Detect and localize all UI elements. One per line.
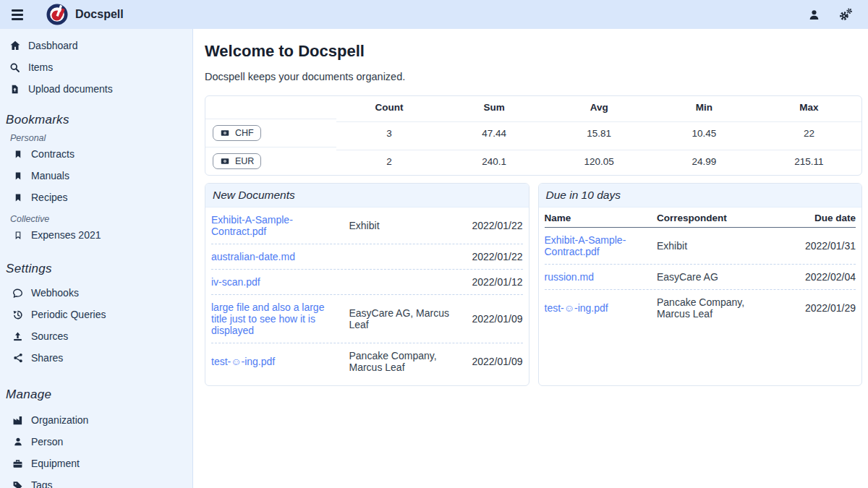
table-row: test-☺-ing.pdf Pancake Company, Marcus L… — [211, 343, 523, 380]
sidebar-section-manage: Manage — [6, 388, 192, 402]
document-link[interactable]: australian-date.md — [211, 251, 295, 262]
stats-chf-avg: 15.81 — [547, 121, 652, 145]
document-link[interactable]: russion.md — [545, 271, 594, 283]
user-icon — [808, 9, 820, 21]
date-cell: 2022/01/31 — [783, 240, 856, 252]
table-row: Exhibit-A-Sample-Contract.pdf Exhibit 20… — [545, 228, 856, 264]
due-table-header: Name Correspondent Due date — [545, 207, 856, 228]
due-documents-panel: Due in 10 days Name Correspondent Due da… — [538, 183, 863, 386]
stats-header-min: Min — [652, 96, 757, 119]
sidebar-item-expenses-2021[interactable]: Expenses 2021 — [0, 224, 192, 246]
table-row: EUR — [205, 147, 336, 175]
currency-badge-chf[interactable]: CHF — [213, 125, 261, 141]
due-header-correspondent: Correspondent — [657, 213, 776, 223]
money-bill-icon — [220, 157, 230, 166]
date-cell: 2022/01/09 — [459, 356, 523, 367]
main-content: Welcome to Docspell Docspell keeps your … — [193, 29, 868, 488]
due-header-due-date: Due date — [783, 213, 856, 223]
document-link[interactable]: Exhibit-A-Sample-Contract.pdf — [211, 214, 293, 237]
table-row: australian-date.md 2022/01/22 — [211, 244, 523, 269]
date-cell: 2022/01/22 — [459, 251, 523, 262]
sidebar-item-label: Dasbhoard — [28, 40, 78, 51]
table-row: CHF — [205, 119, 336, 147]
settings-menu-button[interactable] — [835, 4, 856, 25]
sidebar-item-upload-documents[interactable]: Upload documents — [0, 78, 192, 100]
sidebar-item-label: Manuals — [31, 170, 69, 181]
sidebar-item-label: Tags — [31, 479, 53, 488]
upload-icon — [12, 331, 24, 342]
stats-header-avg: Avg — [547, 96, 652, 119]
date-cell: 2022/01/12 — [459, 276, 523, 288]
correspondent-cell: EasyCare AG, Marcus Leaf — [349, 307, 451, 330]
money-bill-icon — [220, 129, 230, 137]
document-link[interactable]: Exhibit-A-Sample-Contract.pdf — [545, 234, 626, 257]
tag-icon — [12, 480, 24, 488]
sidebar-item-label: Recipes — [31, 192, 68, 203]
panel-title: Due in 10 days — [539, 184, 862, 207]
table-row: russion.md EasyCare AG 2022/02/04 — [545, 264, 856, 289]
sidebar-item-organization[interactable]: Organization — [0, 409, 192, 431]
stats-chf-count: 3 — [336, 121, 441, 145]
due-header-name: Name — [545, 213, 650, 223]
sidebar-item-label: Webhooks — [31, 287, 79, 299]
briefcase-icon — [12, 458, 24, 469]
stats-eur-min: 24.99 — [652, 150, 757, 173]
correspondent-cell: Exhibit — [657, 240, 776, 252]
correspondent-cell: Pancake Company, Marcus Leaf — [657, 296, 776, 320]
docspell-logo-icon[interactable] — [46, 4, 68, 25]
app-title: Docspell — [75, 8, 124, 21]
date-cell: 2022/01/22 — [459, 220, 523, 231]
currency-label: EUR — [235, 156, 254, 166]
comment-icon — [12, 288, 24, 299]
stats-chf-sum: 47.44 — [442, 121, 547, 145]
sidebar-item-equipment[interactable]: Equipment — [0, 453, 192, 474]
sidebar-item-label: Periodic Queries — [31, 309, 106, 320]
new-documents-list: Exhibit-A-Sample-Contract.pdf Exhibit 20… — [205, 207, 529, 385]
currency-label: CHF — [235, 128, 254, 138]
gears-icon — [838, 7, 853, 22]
share-icon — [12, 353, 24, 363]
currency-badge-eur[interactable]: EUR — [213, 153, 261, 169]
stats-header-max: Max — [757, 96, 861, 119]
due-documents-list: Name Correspondent Due date Exhibit-A-Sa… — [539, 207, 862, 332]
correspondent-cell: EasyCare AG — [657, 271, 776, 283]
sidebar-item-person[interactable]: Person — [0, 431, 192, 453]
sidebar-item-manuals[interactable]: Manuals — [0, 165, 192, 187]
sidebar-item-items[interactable]: Items — [0, 56, 192, 78]
page-title: Welcome to Docspell — [205, 42, 862, 61]
document-link[interactable]: test-☺-ing.pdf — [211, 356, 275, 367]
user-menu-button[interactable] — [803, 4, 825, 25]
table-row: iv-scan.pdf 2022/01/12 — [211, 269, 523, 294]
home-icon — [9, 40, 21, 51]
industry-icon — [12, 415, 24, 426]
menu-toggle-icon[interactable] — [12, 7, 27, 22]
sidebar-section-bookmarks: Bookmarks — [6, 113, 192, 127]
sidebar-item-webhooks[interactable]: Webhooks — [0, 282, 192, 304]
search-icon — [9, 62, 21, 73]
sidebar-item-tags[interactable]: Tags — [0, 474, 192, 488]
stats-eur-avg: 120.05 — [547, 150, 652, 173]
stats-chf-min: 10.45 — [652, 121, 757, 145]
sidebar-item-label: Sources — [31, 330, 68, 342]
bookmark-group-personal: Personal — [10, 133, 192, 143]
sidebar-item-label: Equipment — [31, 458, 80, 469]
bookmark-icon — [12, 192, 24, 203]
sidebar-item-label: Expenses 2021 — [31, 229, 101, 241]
sidebar-item-sources[interactable]: Sources — [0, 325, 192, 347]
document-link[interactable]: large file and also a large title just t… — [211, 301, 324, 336]
sidebar-item-label: Contracts — [31, 148, 75, 160]
document-link[interactable]: test-☺-ing.pdf — [545, 302, 608, 314]
stats-eur-count: 2 — [336, 150, 441, 173]
correspondent-cell: Pancake Company, Marcus Leaf — [349, 350, 451, 373]
sidebar-item-recipes[interactable]: Recipes — [0, 187, 192, 208]
sidebar-item-contracts[interactable]: Contracts — [0, 143, 192, 165]
sidebar-item-shares[interactable]: Shares — [0, 347, 192, 369]
table-row: test-☺-ing.pdf Pancake Company, Marcus L… — [545, 289, 856, 326]
sidebar-item-dashboard[interactable]: Dasbhoard — [0, 35, 192, 56]
sidebar-item-label: Person — [31, 436, 63, 448]
sidebar-item-label: Items — [28, 61, 53, 73]
document-link[interactable]: iv-scan.pdf — [211, 276, 260, 288]
sidebar-item-label: Organization — [31, 414, 88, 426]
sidebar-item-periodic-queries[interactable]: Periodic Queries — [0, 304, 192, 325]
correspondent-cell: Exhibit — [349, 220, 451, 231]
